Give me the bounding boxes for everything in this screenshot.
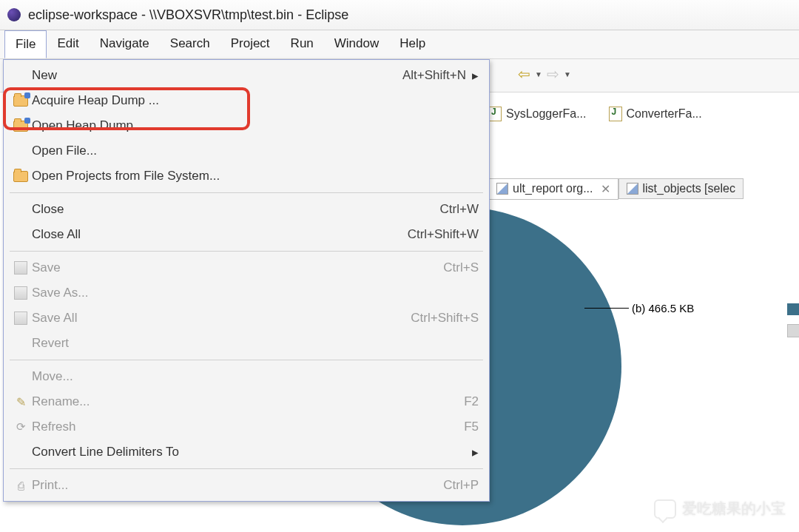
menu-separator bbox=[10, 360, 483, 360]
file-menu-item[interactable]: Acquire Heap Dump ... bbox=[4, 88, 489, 113]
callout-line bbox=[584, 308, 629, 309]
menu-window[interactable]: Window bbox=[324, 30, 389, 58]
open-editors: SysLoggerFa... ConverterFa... bbox=[488, 101, 702, 127]
menu-help[interactable]: Help bbox=[389, 30, 436, 58]
nav-back-drop[interactable]: ▼ bbox=[535, 70, 542, 78]
editor-file[interactable]: SysLoggerFa... bbox=[488, 107, 587, 121]
menu-search[interactable]: Search bbox=[160, 30, 220, 58]
menu-separator bbox=[10, 468, 483, 469]
menu-separator bbox=[10, 192, 483, 193]
legend-swatch bbox=[787, 324, 799, 337]
file-menu-item: Save AllCtrl+Shift+S bbox=[4, 306, 489, 331]
menu-item-label: Print... bbox=[32, 478, 434, 493]
tab-close-icon[interactable]: ✕ bbox=[601, 182, 610, 196]
workspace: ⇦ ▼ ⇨ ▼ SysLoggerFa... ConverterFa... ul… bbox=[0, 59, 799, 532]
editor-file[interactable]: ConverterFa... bbox=[609, 107, 702, 121]
callout-label: (b) 466.5 KB bbox=[632, 302, 694, 314]
file-menu-item[interactable]: CloseCtrl+W bbox=[4, 197, 489, 222]
menu-item-label: Save All bbox=[32, 311, 402, 326]
menu-item-label: Open File... bbox=[32, 144, 479, 158]
window-title: eclipse-workspace - \\VBOXSVR\tmp\test.b… bbox=[28, 7, 348, 23]
watermark: 爱吃糖果的小宝 bbox=[654, 499, 786, 519]
file-menu-item: Save As... bbox=[4, 280, 489, 306]
menu-navigate[interactable]: Navigate bbox=[90, 30, 160, 58]
menu-file[interactable]: File bbox=[4, 30, 47, 58]
file-menu-item: ✎Rename...F2 bbox=[4, 389, 489, 414]
menu-item-shortcut: Ctrl+Shift+W bbox=[399, 227, 479, 242]
menu-separator bbox=[10, 251, 483, 252]
editor-file-label: SysLoggerFa... bbox=[506, 107, 587, 121]
menu-item-label: Move... bbox=[32, 369, 479, 384]
menu-project[interactable]: Project bbox=[220, 30, 280, 58]
menu-item-shortcut: Ctrl+P bbox=[434, 478, 479, 493]
menu-item-label: New bbox=[32, 68, 394, 83]
tab-label: ult_report org... bbox=[513, 182, 593, 195]
nav-fwd-icon[interactable]: ⇨ bbox=[547, 65, 559, 83]
legend-swatch bbox=[787, 303, 799, 315]
submenu-arrow-icon: ▸ bbox=[472, 68, 479, 84]
editor-tabs: ult_report org... ✕ list_objects [selec bbox=[488, 176, 744, 201]
menu-item-label: Rename... bbox=[32, 394, 455, 409]
file-menu-item[interactable]: Convert Line Delimiters To▸ bbox=[4, 440, 489, 465]
file-menu-item: ⟳RefreshF5 bbox=[4, 414, 489, 440]
file-menu-item[interactable]: Open Projects from File System... bbox=[4, 164, 489, 189]
menu-item-shortcut: F5 bbox=[455, 420, 479, 434]
tab-inactive[interactable]: list_objects [selec bbox=[618, 178, 744, 199]
report-icon bbox=[496, 183, 508, 195]
eclipse-icon bbox=[7, 8, 21, 21]
file-menu-item[interactable]: Close AllCtrl+Shift+W bbox=[4, 222, 489, 247]
menu-item-label: Close All bbox=[32, 227, 399, 242]
file-menu-item[interactable]: Open Heap Dump... bbox=[4, 113, 489, 138]
menu-item-shortcut: Ctrl+W bbox=[431, 202, 479, 217]
tab-label: list_objects [selec bbox=[643, 182, 735, 195]
window-title-bar: eclipse-workspace - \\VBOXSVR\tmp\test.b… bbox=[0, 0, 799, 30]
menu-bar: File Edit Navigate Search Project Run Wi… bbox=[0, 30, 799, 59]
report-icon bbox=[627, 183, 638, 195]
wechat-icon bbox=[654, 499, 676, 519]
java-file-icon bbox=[609, 107, 622, 121]
menu-item-label: Convert Line Delimiters To bbox=[32, 445, 466, 459]
menu-item-shortcut: Alt+Shift+N bbox=[394, 68, 466, 83]
menu-item-shortcut: F2 bbox=[455, 394, 479, 409]
menu-run[interactable]: Run bbox=[280, 30, 324, 58]
file-menu-item: SaveCtrl+S bbox=[4, 255, 489, 280]
menu-item-label: Save bbox=[32, 260, 434, 275]
file-menu-item: ⎙Print...Ctrl+P bbox=[4, 473, 489, 498]
file-menu-item: Revert bbox=[4, 331, 489, 356]
editor-file-label: ConverterFa... bbox=[627, 107, 702, 121]
submenu-arrow-icon: ▸ bbox=[472, 445, 479, 460]
menu-item-label: Save As... bbox=[32, 286, 479, 300]
file-menu-dropdown: NewAlt+Shift+N▸Acquire Heap Dump ...Open… bbox=[3, 59, 490, 502]
menu-item-label: Close bbox=[32, 202, 431, 217]
file-menu-item[interactable]: Open File... bbox=[4, 138, 489, 164]
menu-item-shortcut: Ctrl+Shift+S bbox=[402, 311, 479, 326]
menu-item-label: Acquire Heap Dump ... bbox=[32, 93, 479, 108]
watermark-text: 爱吃糖果的小宝 bbox=[682, 499, 786, 519]
file-menu-item: Move... bbox=[4, 364, 489, 389]
nav-back-icon[interactable]: ⇦ bbox=[518, 65, 530, 83]
menu-item-label: Refresh bbox=[32, 420, 455, 434]
menu-item-label: Open Heap Dump... bbox=[32, 118, 479, 133]
menu-edit[interactable]: Edit bbox=[47, 30, 89, 58]
nav-fwd-drop[interactable]: ▼ bbox=[564, 70, 571, 78]
java-file-icon bbox=[488, 107, 502, 121]
menu-item-shortcut: Ctrl+S bbox=[434, 260, 479, 275]
menu-item-label: Revert bbox=[32, 336, 479, 351]
nav-history: ⇦ ▼ ⇨ ▼ bbox=[518, 65, 571, 83]
file-menu-item[interactable]: NewAlt+Shift+N▸ bbox=[4, 63, 489, 88]
tab-active[interactable]: ult_report org... ✕ bbox=[488, 178, 618, 200]
menu-item-label: Open Projects from File System... bbox=[32, 169, 479, 183]
